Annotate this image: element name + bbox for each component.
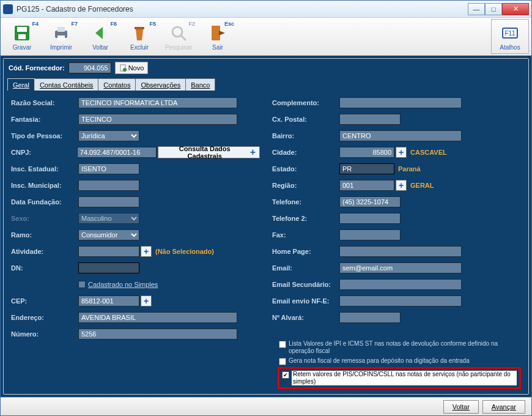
estado-input[interactable]	[339, 163, 394, 174]
tab-geral[interactable]: Geral	[7, 78, 35, 91]
endereco-input[interactable]	[78, 312, 237, 323]
numero-input[interactable]	[78, 329, 237, 340]
footer-avancar-button[interactable]: Avançar	[482, 400, 525, 414]
right-column: Complemento: Cx. Postal: Bairro: Cidade:…	[272, 97, 521, 340]
excluir-label: Excluir	[130, 44, 149, 51]
cidade-input[interactable]	[339, 147, 394, 158]
imprimir-key: F7	[71, 21, 78, 27]
email-input[interactable]	[339, 262, 462, 273]
opt1-checkbox[interactable]	[279, 341, 286, 348]
complemento-input[interactable]	[339, 97, 462, 108]
svg-rect-9	[212, 26, 220, 40]
voltar-key: F6	[110, 21, 117, 27]
window-title: PG125 - Cadastro de Fornecedores	[17, 5, 468, 13]
insc-mun-label: Insc. Municipal:	[11, 182, 78, 189]
cep-plus[interactable]: +	[141, 295, 152, 306]
opt3-row[interactable]: ✔Retem valores de PIS/COFINS/CSLL nas no…	[281, 370, 518, 386]
homepage-input[interactable]	[339, 246, 462, 257]
svg-rect-2	[18, 34, 26, 39]
opt1-row[interactable]: Lista Valores de IPI e ICMS ST nas notas…	[278, 340, 521, 355]
form-body: Razão Social: Fantasia: Tipo de Pessoa:J…	[4, 91, 528, 394]
gravar-label: Gravar	[13, 44, 32, 51]
svg-line-8	[181, 35, 186, 40]
data-fund-label: Data Fundação:	[11, 198, 78, 206]
cad-simples-row[interactable]: Cadastrado no Simples	[78, 281, 158, 288]
fax-input[interactable]	[339, 229, 401, 240]
content: Cód. Fornecedor: Novo Geral Contas Contá…	[1, 56, 531, 397]
cep-input[interactable]	[78, 295, 139, 306]
left-column: Razão Social: Fantasia: Tipo de Pessoa:J…	[11, 97, 260, 340]
fantasia-label: Fantasia:	[11, 116, 78, 123]
sair-button[interactable]: Esc Sair	[199, 19, 237, 54]
maximize-button[interactable]: □	[485, 3, 502, 15]
razao-input[interactable]	[78, 97, 237, 108]
gravar-button[interactable]: F4 Gravar	[3, 19, 41, 54]
regiao-plus[interactable]: +	[396, 180, 407, 191]
voltar-label: Voltar	[92, 44, 108, 51]
sair-label: Sair	[212, 44, 223, 51]
pesquisar-button[interactable]: F2 Pesquisar	[160, 19, 198, 54]
insc-mun-input[interactable]	[78, 180, 139, 191]
pesquisar-label: Pesquisar	[165, 44, 192, 51]
data-fund-input[interactable]	[78, 196, 139, 207]
tipo-select[interactable]: Jurídica	[78, 130, 139, 141]
save-icon	[12, 23, 32, 43]
opt2-row[interactable]: Gera nota fiscal de remessa para depósit…	[278, 357, 521, 366]
opt3-label: Retem valores de PIS/COFINS/CSLL nas not…	[292, 371, 517, 385]
svg-point-13	[123, 68, 127, 72]
email-nfe-input[interactable]	[339, 295, 462, 306]
footer-voltar-button[interactable]: Voltar	[443, 400, 479, 414]
window: PG125 - Cadastro de Fornecedores — □ ✕ F…	[0, 0, 532, 416]
cxpostal-input[interactable]	[339, 114, 401, 125]
bairro-input[interactable]	[339, 130, 462, 141]
cad-simples-checkbox[interactable]	[78, 281, 86, 288]
ramo-select[interactable]: Consumidor	[78, 229, 139, 240]
svg-rect-4	[57, 27, 65, 32]
telefone-input[interactable]	[339, 196, 401, 207]
insc-est-input[interactable]	[78, 163, 139, 174]
opt2-checkbox[interactable]	[279, 358, 286, 365]
consulta-button[interactable]: Consulta Dados Cadastrais+	[158, 146, 260, 158]
cidade-after: CASCAVEL	[410, 149, 447, 156]
regiao-input[interactable]	[339, 180, 394, 191]
close-button[interactable]: ✕	[502, 3, 529, 15]
telefone2-input[interactable]	[339, 213, 401, 224]
cnpj-input[interactable]	[77, 147, 157, 158]
razao-label: Razão Social:	[11, 99, 78, 106]
plus-icon: +	[250, 147, 256, 158]
options-block: Lista Valores de IPI e ICMS ST nas notas…	[278, 340, 521, 389]
print-icon	[51, 23, 71, 43]
novo-button[interactable]: Novo	[115, 62, 149, 74]
minimize-button[interactable]: —	[468, 3, 485, 15]
cod-fornecedor-input[interactable]	[68, 62, 111, 73]
bairro-label: Bairro:	[272, 132, 339, 139]
dn-input[interactable]	[78, 262, 139, 273]
code-row: Cód. Fornecedor: Novo	[4, 59, 528, 77]
cidade-label: Cidade:	[272, 149, 339, 156]
opt1-label: Lista Valores de IPI e ICMS ST nas notas…	[289, 340, 520, 355]
opt3-checkbox[interactable]: ✔	[282, 371, 289, 379]
tab-banco[interactable]: Banco	[185, 78, 215, 91]
atalhos-button[interactable]: F11 Atalhos	[491, 19, 529, 54]
email-sec-input[interactable]	[339, 279, 462, 290]
atividade-label: Atividade:	[11, 248, 78, 255]
atividade-input[interactable]	[78, 246, 139, 257]
toolbar: F4 Gravar F7 Imprimir F6 Voltar F5 Exclu…	[1, 18, 531, 56]
gravar-key: F4	[32, 21, 39, 27]
excluir-button[interactable]: F5 Excluir	[120, 19, 158, 54]
voltar-button[interactable]: F6 Voltar	[81, 19, 119, 54]
window-controls: — □ ✕	[468, 3, 529, 15]
imprimir-label: Imprimir	[50, 44, 72, 51]
alvara-label: Nº Alvará:	[272, 314, 339, 321]
cod-fornecedor-label: Cód. Fornecedor:	[9, 64, 65, 72]
cidade-plus[interactable]: +	[396, 147, 407, 158]
tab-observacoes[interactable]: Observações	[135, 78, 186, 91]
atividade-plus[interactable]: +	[141, 246, 152, 257]
tab-contatos[interactable]: Contatos	[98, 78, 136, 91]
imprimir-button[interactable]: F7 Imprimir	[42, 19, 80, 54]
alvara-input[interactable]	[339, 312, 401, 323]
regiao-label: Região:	[272, 182, 339, 189]
fantasia-input[interactable]	[78, 114, 237, 125]
tab-contas[interactable]: Contas Contábeis	[34, 78, 98, 91]
atividade-naosel: (Não Selecionado)	[155, 248, 214, 255]
